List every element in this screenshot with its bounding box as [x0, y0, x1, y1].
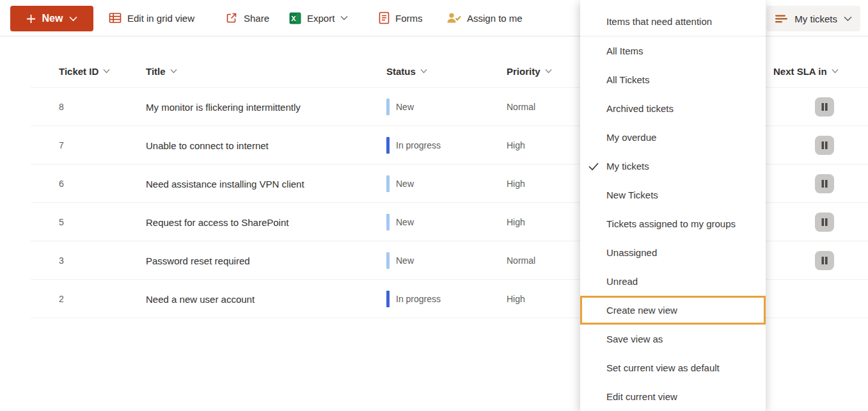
column-header-label: Ticket ID [59, 66, 99, 77]
view-menu-item-label: Tickets assigned to my groups [606, 218, 736, 229]
status-label: In progress [396, 294, 441, 304]
view-menu-item-label: Create new view [606, 305, 677, 316]
svg-text:X: X [291, 14, 296, 22]
pause-sla-button[interactable] [815, 97, 834, 117]
ticket-id-cell: 3 [59, 241, 64, 280]
chevron-down-icon [69, 16, 77, 22]
view-menu-item-label: All Tickets [606, 74, 650, 85]
pause-sla-button[interactable] [815, 251, 834, 270]
status-label: New [396, 217, 414, 227]
ticket-priority-cell: High [507, 203, 525, 241]
chevron-down-icon [420, 68, 427, 74]
status-bar [386, 214, 390, 230]
view-menu-item-create-new-view[interactable]: Create new view [580, 296, 766, 325]
chevron-down-icon [844, 16, 852, 22]
pause-icon [820, 256, 829, 265]
ticket-title-cell[interactable]: Need a new user account [146, 280, 255, 318]
edit-in-grid-view-label: Edit in grid view [127, 13, 194, 24]
view-menu-item-tickets-assigned-to-my-groups[interactable]: Tickets assigned to my groups [580, 209, 766, 238]
status-label: New [396, 179, 414, 189]
ticket-title-cell[interactable]: Request for access to SharePoint [146, 203, 288, 241]
assign-to-me-button[interactable]: Assign to me [446, 0, 523, 36]
ticket-title-cell[interactable]: Password reset required [146, 241, 250, 280]
view-menu-item-set-current-view-as-default[interactable]: Set current view as default [580, 353, 766, 382]
status-label: New [396, 102, 414, 112]
view-menu-item-label: My tickets [606, 161, 649, 172]
chevron-down-icon [103, 68, 110, 74]
view-menu-item-label: Unassigned [606, 247, 657, 258]
grid-icon [109, 12, 122, 24]
share-button[interactable]: Share [225, 0, 269, 36]
view-menu-item-save-view-as[interactable]: Save view as [580, 325, 766, 353]
view-selector-button[interactable]: My tickets [767, 6, 860, 31]
pause-icon [820, 102, 829, 111]
share-icon [225, 12, 238, 24]
ticket-status-cell: New [386, 241, 414, 280]
view-selector-label: My tickets [794, 13, 837, 24]
ticket-priority-cell: Normal [507, 241, 535, 280]
view-menu-item-label: Unread [606, 276, 638, 287]
ticket-priority-cell: High [507, 165, 525, 203]
chevron-down-icon [545, 68, 552, 74]
export-button[interactable]: X Export [289, 0, 348, 36]
view-menu-item-items-that-need-attention[interactable]: Items that need attention [580, 7, 766, 36]
view-menu-item-label: Edit current view [606, 391, 677, 402]
pause-sla-button[interactable] [815, 136, 834, 155]
assign-to-me-label: Assign to me [467, 13, 523, 24]
chevron-down-icon [340, 15, 348, 20]
forms-label: Forms [395, 13, 423, 24]
edit-in-grid-view-button[interactable]: Edit in grid view [109, 0, 194, 36]
view-menu-item-unread[interactable]: Unread [580, 267, 766, 296]
view-menu-item-label: Items that need attention [606, 16, 712, 27]
status-label: New [396, 255, 414, 266]
status-bar [386, 137, 390, 154]
view-menu-item-my-overdue[interactable]: My overdue [580, 123, 766, 152]
ticket-status-cell: New [386, 88, 414, 126]
ticket-status-cell: In progress [386, 280, 441, 318]
column-header-ticket-id[interactable]: Ticket ID [59, 54, 110, 88]
ticket-status-cell: In progress [386, 126, 441, 165]
forms-button[interactable]: Forms [379, 0, 423, 36]
view-menu-item-archived-tickets[interactable]: Archived tickets [580, 94, 766, 123]
status-bar [386, 291, 390, 307]
view-menu-item-unassigned[interactable]: Unassigned [580, 238, 766, 267]
column-header-label: Title [146, 66, 166, 77]
view-options-icon [775, 15, 788, 23]
pause-sla-button[interactable] [815, 213, 834, 232]
ticket-status-cell: New [386, 203, 414, 241]
view-menu-item-my-tickets[interactable]: My tickets [580, 152, 766, 181]
view-menu-item-all-tickets[interactable]: All Tickets [580, 65, 766, 94]
ticket-priority-cell: Normal [507, 88, 535, 126]
view-selector-menu: Items that need attention All Items All … [580, 0, 766, 411]
ticket-id-cell: 5 [59, 203, 64, 241]
forms-document-icon [379, 12, 390, 24]
column-header-label: Priority [507, 66, 541, 77]
ticket-priority-cell: High [507, 126, 525, 165]
ticket-title-cell[interactable]: Need assistance installing VPN client [146, 165, 304, 203]
view-menu-item-label: My overdue [606, 132, 656, 143]
plus-icon [26, 14, 36, 24]
view-menu-item-all-items[interactable]: All Items [580, 36, 766, 65]
pause-icon [820, 218, 829, 227]
view-menu-item-label: Archived tickets [606, 103, 674, 114]
ticket-id-cell: 8 [59, 88, 64, 126]
column-header-label: Next SLA in [773, 66, 827, 77]
pause-sla-button[interactable] [815, 174, 834, 193]
ticket-title-cell[interactable]: My monitor is flickering intermittently [146, 88, 301, 126]
status-label: In progress [396, 140, 441, 150]
check-icon [588, 162, 599, 171]
view-menu-item-label: All Items [606, 45, 643, 56]
column-header-next-sla[interactable]: Next SLA in [773, 54, 839, 88]
column-header-status[interactable]: Status [386, 54, 427, 88]
view-menu-item-edit-current-view[interactable]: Edit current view [580, 382, 766, 411]
view-menu-item-new-tickets[interactable]: New Tickets [580, 181, 766, 209]
person-check-icon [446, 12, 461, 24]
chevron-down-icon [832, 68, 839, 74]
ticket-title-cell[interactable]: Unable to connect to internet [146, 126, 269, 165]
column-header-title[interactable]: Title [146, 54, 177, 88]
column-header-label: Status [386, 66, 416, 77]
new-button[interactable]: New [10, 6, 93, 31]
column-header-priority[interactable]: Priority [507, 54, 552, 88]
ticket-id-cell: 7 [59, 126, 64, 165]
ticket-priority-cell: High [507, 280, 525, 318]
